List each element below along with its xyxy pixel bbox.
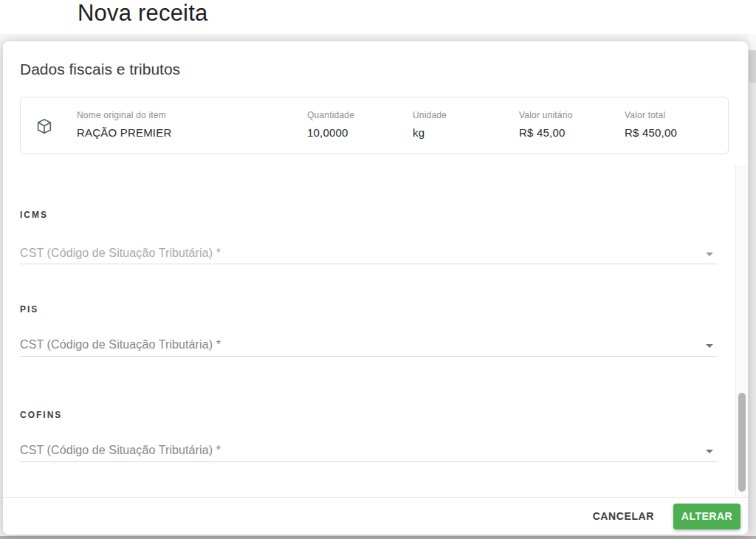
dialog-scrollbar-thumb[interactable] [738,393,746,492]
item-name-label: Nome original do item [77,110,171,120]
pis-cst-select[interactable]: CST (Código de Situação Tributária) * [20,338,718,357]
unit-value-column: Valor unitário R$ 45,00 [519,110,573,139]
item-name-value: RAÇÃO PREMIER [77,126,171,139]
alter-button[interactable]: ALTERAR [673,504,740,529]
unit-price-value: R$ 45,00 [519,126,573,139]
total-value: R$ 450,00 [625,126,677,139]
cancel-button[interactable]: CANCELAR [587,504,660,528]
section-title-cofins: COFINS [20,410,62,420]
fiscal-data-dialog: Dados fiscais e tributos Nome original d… [3,41,748,535]
item-name-column: Nome original do item RAÇÃO PREMIER [77,110,171,139]
dialog-title: Dados fiscais e tributos [20,61,180,78]
background-right-tab [749,50,756,83]
chevron-down-icon [706,344,713,348]
item-summary-card: Nome original do item RAÇÃO PREMIER Quan… [20,97,729,154]
icms-cst-select-label: CST (Código de Situação Tributária) * [20,247,221,259]
dialog-footer: CANCELAR ALTERAR [3,497,748,535]
chevron-down-icon [706,253,713,256]
background-right-strip [749,34,756,50]
pis-cst-select-label: CST (Código de Situação Tributária) * [20,338,221,351]
unit-price-label: Valor unitário [519,110,573,120]
quantity-column: Quantidade 10,0000 [307,110,354,139]
icms-cst-select[interactable]: CST (Código de Situação Tributária) * [20,247,718,264]
cofins-cst-select[interactable]: CST (Código de Situação Tributária) * [20,444,718,462]
unit-label: Unidade [413,110,447,120]
unit-column: Unidade kg [413,110,447,139]
total-label: Valor total [625,110,677,120]
quantity-label: Quantidade [307,110,354,120]
page-title: Nova receita [78,0,207,30]
background-header-band: Nova receita [0,0,756,34]
background-right-strip-lower [749,83,756,536]
dialog-scrollbar-track[interactable] [735,165,748,497]
unit-value: kg [413,126,447,139]
section-title-pis: PIS [20,304,38,315]
section-title-icms: ICMS [20,210,48,220]
cofins-cst-select-label: CST (Código de Situação Tributária) * [20,444,221,456]
quantity-value: 10,0000 [307,126,354,139]
background-bottom-strip [0,536,756,539]
package-cube-icon [35,117,53,135]
total-value-column: Valor total R$ 450,00 [625,110,677,139]
chevron-down-icon [706,450,713,453]
